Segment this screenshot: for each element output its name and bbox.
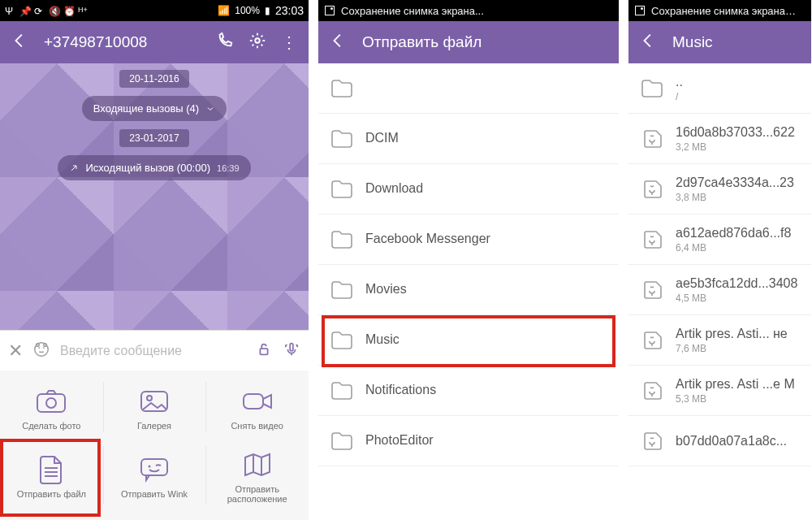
panel-file-picker: Сохранение снимка экрана... Отправить фа… xyxy=(318,0,619,520)
folder-row[interactable]: Facebook Messenger xyxy=(318,214,619,265)
svg-rect-13 xyxy=(141,459,167,475)
document-icon xyxy=(35,455,67,484)
folder-icon xyxy=(330,229,354,250)
attachment-take-photo[interactable]: Сделать фото xyxy=(0,375,103,439)
attachment-record-video[interactable]: Снять видео xyxy=(205,375,309,439)
folder-list[interactable]: DCIMDownloadFacebook MessengerMoviesMusi… xyxy=(318,63,619,520)
incoming-calls-chip[interactable]: Входящие вызовы (4) xyxy=(82,96,227,121)
page-title: Music xyxy=(672,33,800,51)
audio-file-row[interactable]: a612aed876da6...f86,4 MB xyxy=(628,214,811,265)
lock-icon[interactable] xyxy=(255,340,273,362)
attachment-send-file[interactable]: Отправить файл xyxy=(0,439,103,512)
folder-icon xyxy=(330,380,354,401)
network-type: H+ xyxy=(78,6,88,15)
folder-row[interactable]: Notifications xyxy=(318,366,619,416)
attachment-grid: Сделать фото Галерея Снять видео Отправи… xyxy=(0,370,309,520)
svg-point-3 xyxy=(43,347,45,349)
svg-rect-8 xyxy=(37,394,65,412)
folder-row[interactable]: Movies xyxy=(318,265,619,315)
audio-file-row[interactable]: 16d0a8b37033...6223,2 MB xyxy=(628,114,811,164)
outgoing-call-chip[interactable]: Исходящий вызов (00:00) 16:39 xyxy=(58,155,250,180)
svg-point-9 xyxy=(46,398,56,408)
audio-file-icon xyxy=(640,280,664,301)
folder-icon xyxy=(640,78,664,99)
chat-body: 20-11-2016 Входящие вызовы (4) 23-01-201… xyxy=(0,63,309,330)
folder-row[interactable]: Download xyxy=(318,164,619,214)
sticker-button[interactable] xyxy=(32,340,50,362)
audio-file-row[interactable]: Artik pres. Asti ...e M5,3 MB xyxy=(628,366,811,416)
audio-file-icon xyxy=(640,128,664,150)
audio-file-row[interactable]: ae5b3fca12dd...34084,5 MB xyxy=(628,265,811,315)
folder-name: PhotoEditor xyxy=(365,433,607,448)
call-button[interactable] xyxy=(216,32,234,54)
panel-viber-chat: Ψ 📌 ⟳ 🔇 ⏰ H+ 📶 100% ▮ 23:03 +37498710008… xyxy=(0,0,309,520)
file-name: b07dd0a07a1a8c... xyxy=(676,434,800,448)
mute-icon: 🔇 xyxy=(49,6,58,15)
svg-rect-6 xyxy=(260,349,267,354)
map-icon xyxy=(241,450,274,479)
audio-file-icon xyxy=(640,330,664,351)
gallery-icon xyxy=(138,387,171,416)
folder-name: Music xyxy=(365,332,607,347)
file-size: 7,6 MB xyxy=(676,343,800,354)
usb-icon: Ψ xyxy=(5,6,15,15)
attachment-send-wink[interactable]: Отправить Wink xyxy=(103,439,206,512)
folder-icon xyxy=(330,280,354,301)
audio-file-row[interactable]: 2d97ca4e3334a...233,8 MB xyxy=(628,164,811,214)
audio-file-row[interactable]: Artik pres. Asti... не7,6 MB xyxy=(628,315,811,366)
file-size: 6,4 MB xyxy=(676,242,800,254)
folder-row[interactable]: PhotoEditor xyxy=(318,416,619,466)
audio-file-row[interactable]: b07dd0a07a1a8c... xyxy=(628,416,811,466)
file-size: 4,5 MB xyxy=(676,292,800,304)
audio-file-icon xyxy=(640,229,664,250)
overflow-menu-button[interactable]: ⋮ xyxy=(281,32,297,52)
battery-pct: 100% xyxy=(235,5,260,16)
file-name: Artik pres. Asti ...e M xyxy=(676,377,800,392)
mic-button[interactable] xyxy=(283,340,300,362)
signal-icon: 📶 xyxy=(218,5,230,16)
folder-icon xyxy=(330,78,354,99)
attachment-send-location[interactable]: Отправить расположение xyxy=(205,439,309,512)
svg-point-5 xyxy=(44,343,47,346)
folder-row[interactable]: Music xyxy=(318,315,619,366)
svg-point-2 xyxy=(38,347,40,349)
refresh-icon: ⟳ xyxy=(34,6,44,15)
audio-file-icon xyxy=(640,380,664,401)
image-icon xyxy=(325,6,335,15)
message-input[interactable]: Введите сообщение xyxy=(60,344,245,358)
file-name: a612aed876da6...f8 xyxy=(676,226,800,240)
pin-icon: 📌 xyxy=(19,6,29,15)
close-attachments-button[interactable]: ✕ xyxy=(8,340,23,362)
svg-point-11 xyxy=(147,396,152,401)
clock: 23:03 xyxy=(275,4,304,17)
file-size: 3,2 MB xyxy=(676,141,800,153)
screenshot-saving-bar: Сохранение снимка экрана... xyxy=(318,0,619,21)
parent-folder-row[interactable]: ../ xyxy=(628,63,811,114)
file-name: 2d97ca4e3334a...23 xyxy=(676,176,800,190)
file-name: ae5b3fca12dd...3408 xyxy=(676,276,800,291)
back-button[interactable] xyxy=(640,32,658,54)
back-button[interactable] xyxy=(11,32,29,54)
chevron-down-icon xyxy=(205,104,215,114)
svg-point-4 xyxy=(37,343,40,346)
attachment-gallery[interactable]: Галерея xyxy=(103,375,206,439)
file-picker-header: Отправить файл xyxy=(318,21,619,63)
back-button[interactable] xyxy=(330,32,348,54)
folder-row[interactable] xyxy=(318,63,619,114)
screenshot-saving-bar: Сохранение снимка экрана… xyxy=(628,0,811,21)
alarm-icon: ⏰ xyxy=(63,6,73,15)
wink-icon xyxy=(138,455,171,484)
audio-file-icon xyxy=(640,179,664,200)
folder-name: Movies xyxy=(365,282,607,297)
arrow-out-icon xyxy=(69,163,79,173)
page-title: Отправить файл xyxy=(362,33,607,51)
contact-number: +37498710008 xyxy=(44,33,201,51)
audio-file-icon xyxy=(640,431,664,452)
music-file-list[interactable]: ../16d0a8b37033...6223,2 MB2d97ca4e3334a… xyxy=(628,63,811,520)
folder-row[interactable]: DCIM xyxy=(318,114,619,164)
folder-name: Download xyxy=(365,181,607,196)
panel-music-folder: Сохранение снимка экрана… Music ../16d0a… xyxy=(628,0,811,520)
folder-icon xyxy=(330,431,354,452)
settings-button[interactable] xyxy=(248,32,266,54)
svg-point-14 xyxy=(148,466,150,468)
